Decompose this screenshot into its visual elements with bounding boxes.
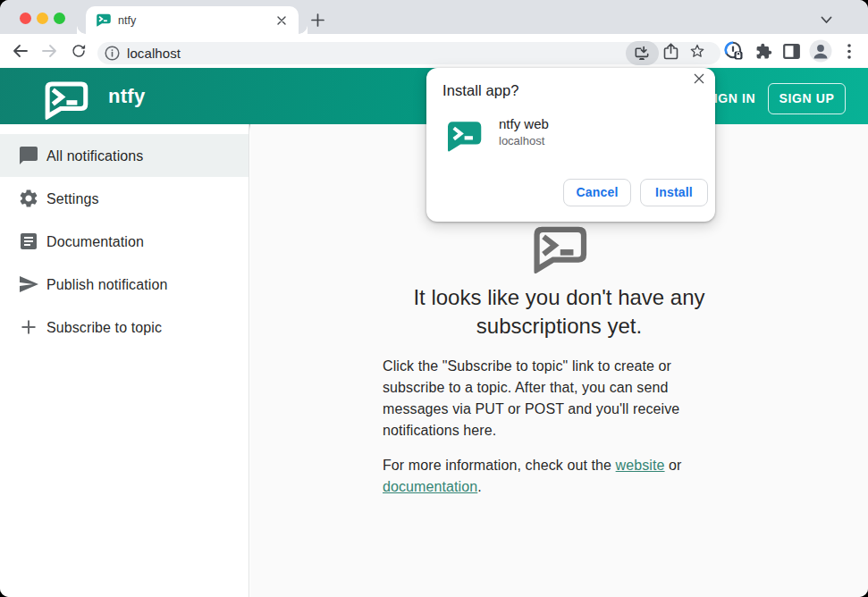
empty-state-heading: It looks like you don't have any subscri… xyxy=(250,283,868,340)
empty-state-paragraph: Click the "Subscribe to topic" link to c… xyxy=(383,356,740,441)
three-dot-menu-icon xyxy=(847,44,851,59)
bookmark-star-button[interactable] xyxy=(685,34,710,68)
empty-state-info: For more information, check out the webs… xyxy=(383,455,740,498)
password-lock-icon xyxy=(723,40,745,62)
extensions-button[interactable] xyxy=(751,34,776,68)
sidebar-item-subscribe-to-topic[interactable]: Subscribe to topic xyxy=(0,306,249,349)
reload-button[interactable] xyxy=(66,34,91,68)
share-button[interactable] xyxy=(659,34,682,68)
side-panel-icon xyxy=(783,44,800,59)
sidebar-item-label: Documentation xyxy=(46,220,144,263)
sidebar-item-label: All notifications xyxy=(46,134,143,177)
browser-window: ntfy xyxy=(0,0,868,597)
browser-tab[interactable]: ntfy xyxy=(86,6,299,34)
share-icon xyxy=(663,43,678,60)
sidebar-item-publish-notification[interactable]: Publish notification xyxy=(0,263,249,306)
profile-avatar[interactable] xyxy=(808,34,832,68)
app-origin: localhost xyxy=(499,134,544,147)
settings-gear-icon xyxy=(18,188,39,209)
url-text: localhost xyxy=(127,42,181,64)
send-icon xyxy=(18,273,39,295)
star-icon xyxy=(689,43,705,59)
install-app-toolbar-button[interactable] xyxy=(626,41,659,65)
sign-up-button[interactable]: SIGN UP xyxy=(768,83,846,114)
ntfy-logo-icon xyxy=(42,80,88,121)
plus-icon xyxy=(18,316,39,338)
traffic-light-close[interactable] xyxy=(20,13,31,24)
info-text: or xyxy=(665,458,682,473)
install-app-dialog: Install app? ntfy web localhost Cancel I… xyxy=(426,68,715,222)
sidebar-item-documentation[interactable]: Documentation xyxy=(0,220,249,263)
browser-toolbar: localhost xyxy=(0,34,868,68)
cancel-button[interactable]: Cancel xyxy=(563,179,631,206)
traffic-light-minimize[interactable] xyxy=(37,13,48,24)
side-panel-button[interactable] xyxy=(779,34,804,68)
app-title: ntfy xyxy=(108,68,146,124)
tab-search-chevron-icon[interactable] xyxy=(821,16,832,24)
forward-button[interactable] xyxy=(37,34,62,68)
sidebar-item-label: Settings xyxy=(46,177,99,220)
install-monitor-icon xyxy=(633,45,651,63)
info-text: For more information, check out the xyxy=(383,458,616,473)
forward-arrow-icon xyxy=(42,44,57,58)
documentation-link[interactable]: documentation xyxy=(383,479,477,494)
ntfy-app-icon xyxy=(445,121,482,152)
app-name: ntfy web xyxy=(499,116,549,131)
new-tab-button[interactable] xyxy=(311,13,324,27)
info-text: . xyxy=(477,479,482,494)
install-button[interactable]: Install xyxy=(640,179,708,206)
password-manager-extension-button[interactable] xyxy=(721,34,747,68)
tab-strip: ntfy xyxy=(0,0,868,34)
reload-icon xyxy=(71,43,87,59)
browser-menu-button[interactable] xyxy=(839,34,860,68)
site-info-icon[interactable] xyxy=(105,46,120,61)
website-link[interactable]: website xyxy=(616,458,665,473)
avatar-person-icon xyxy=(809,39,832,63)
sidebar-item-all-notifications[interactable]: All notifications xyxy=(0,134,249,177)
sidebar: All notifications Settings Documentation… xyxy=(0,124,249,597)
back-button[interactable] xyxy=(7,34,32,68)
dialog-close-icon[interactable] xyxy=(692,71,706,86)
article-icon xyxy=(18,231,39,252)
sidebar-item-label: Subscribe to topic xyxy=(46,306,162,349)
ntfy-favicon-icon xyxy=(96,13,111,28)
empty-state-text-column: Click the "Subscribe to topic" link to c… xyxy=(383,356,740,498)
empty-state-terminal-icon xyxy=(530,224,587,275)
tab-title: ntfy xyxy=(118,6,136,34)
traffic-light-zoom[interactable] xyxy=(54,13,65,24)
back-arrow-icon xyxy=(13,44,28,58)
sidebar-item-settings[interactable]: Settings xyxy=(0,177,249,220)
tab-close-icon[interactable] xyxy=(277,16,286,25)
dialog-title: Install app? xyxy=(442,82,519,99)
sidebar-item-label: Publish notification xyxy=(46,263,167,306)
puzzle-icon xyxy=(755,43,772,60)
chat-bubble-icon xyxy=(18,145,39,166)
